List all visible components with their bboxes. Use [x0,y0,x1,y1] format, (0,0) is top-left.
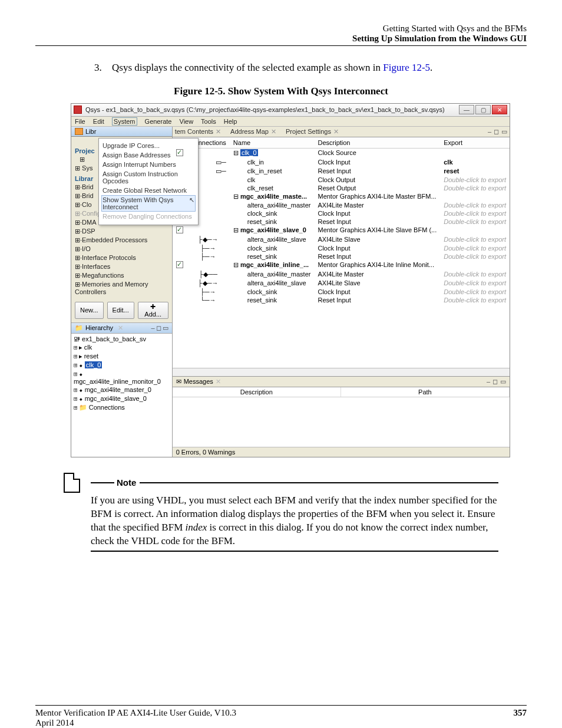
table-row[interactable]: reset_sinkReset InputDouble-click to exp… [173,218,510,226]
figure-link[interactable]: Figure 12-5 [383,62,430,73]
table-row[interactable]: ├─→reset_sinkReset InputDouble-click to … [173,252,510,261]
msg-col-desc[interactable]: Description [173,387,341,397]
messages-body [173,397,510,447]
lib-dsp[interactable]: ⊞·DSP [75,227,168,236]
col-export[interactable]: Export [440,137,510,149]
body-text: 3. Qsys displays the connectivity of the… [94,61,515,75]
hierarchy-icon: 📁 [75,324,83,332]
dd-create-reset[interactable]: Create Global Reset Network [101,186,196,195]
menu-edit[interactable]: Edit [93,118,104,125]
tab-addrmap[interactable]: Address Map✕ [230,128,276,136]
detach-icon[interactable]: ◻ [492,378,498,386]
table-row[interactable]: └─→reset_sinkReset InputDouble-click to … [173,296,510,304]
minimize-icon[interactable]: – [487,378,490,386]
maximize-button[interactable]: ▢ [475,105,491,114]
checkbox-icon[interactable] [176,261,183,268]
checkbox-icon[interactable] [176,149,183,156]
table-row[interactable]: ⊟ clk_0Clock Source [173,148,510,158]
right-pane: tem Contents✕ Address Map✕ Project Setti… [173,127,510,457]
menu-file[interactable]: File [75,118,85,125]
left-pane: Libr Projec ⊞ ⊞ Sys Librar ⊞·Brid ⊞·Brid… [71,127,173,457]
hier-master[interactable]: ⊞⬥ mgc_axi4lite_master_0 [74,386,170,394]
table-row[interactable]: ├─→clock_sinkClock InputDouble-click to … [173,288,510,296]
table-row[interactable]: ├◆─→altera_axi4lite_slaveAXI4Lite SlaveD… [173,235,510,244]
lib-mem[interactable]: ⊞·Memories and Memory Controllers [75,280,168,296]
menu-view[interactable]: View [180,118,194,125]
checkbox-icon[interactable] [176,226,183,233]
hier-clk0[interactable]: ⊞⬥ clk_0 [74,361,170,370]
table-row[interactable]: ├◆─→altera_axi4lite_slaveAXI4Lite SlaveD… [173,279,510,288]
library-tab[interactable]: Libr [71,127,172,137]
header-section: Setting Up Simulation from the Windows G… [35,34,527,44]
menu-help[interactable]: Help [224,118,237,125]
lib-io[interactable]: ⊞·I/O [75,245,168,253]
lib-interfaces[interactable]: ⊞·Interfaces [75,262,168,271]
tab-projset[interactable]: Project Settings✕ [286,128,339,136]
dd-assign-custom[interactable]: Assign Custom Instruction Opcodes [101,169,196,186]
table-row[interactable]: ├◆──altera_axi4lite_masterAXI4Lite Maste… [173,270,510,279]
hier-root[interactable]: 🖳 ex1_back_to_back_sv [74,335,170,343]
menu-generate[interactable]: Generate [145,118,172,125]
collapse-icon[interactable]: ▭ [500,378,506,386]
qsys-window: Qsys - ex1_back_to_back_sv.qsys (C:\my_p… [71,103,510,457]
menu-tools[interactable]: Tools [201,118,216,125]
horizontal-scrollbar[interactable] [173,368,510,376]
menubar[interactable]: File Edit System Generate View Tools Hel… [71,117,510,127]
page-number: 357 [514,708,527,718]
close-icon[interactable]: ✕ [118,324,123,332]
table-row[interactable]: ├─→clock_sinkClock InputDouble-click to … [173,244,510,252]
hier-conn[interactable]: ⊞📁 Connections [74,403,170,412]
library-icon [75,128,83,135]
add-button[interactable]: ✚ Add... [138,302,168,319]
table-row[interactable]: clkClock OutputDouble-click to export [173,176,510,184]
hierarchy-tab[interactable]: 📁Hierarchy✕ –◻▭ [71,322,172,334]
detach-icon[interactable]: ◻ [156,324,161,332]
table-row[interactable]: clk_resetReset OutputDouble-click to exp… [173,184,510,192]
hier-slave[interactable]: ⊞⬥ mgc_axi4lite_slave_0 [74,394,170,403]
list-item-3: 3. Qsys displays the connectivity of the… [94,61,515,75]
edit-button[interactable]: Edit... [107,302,134,319]
msg-col-path[interactable]: Path [341,387,510,397]
hier-reset[interactable]: ⊞▸ reset [74,352,170,361]
status-bar: 0 Errors, 0 Warnings [173,447,510,457]
dd-remove-dangling[interactable]: Remove Dangling Connections [101,212,196,221]
table-row[interactable]: ⊟ mgc_axi4lite_inline_...Mentor Graphics… [173,261,510,270]
hierarchy-list: 🖳 ex1_back_to_back_sv ⊞▸ clk ⊞▸ reset ⊞⬥… [71,334,172,457]
minimize-icon[interactable]: – [151,324,155,332]
table-row[interactable]: ▭─clk_inClock Inputclk [173,158,510,167]
lib-ifproto[interactable]: ⊞·Interface Protocols [75,253,168,262]
col-description[interactable]: Description [314,137,440,149]
tab-contents[interactable]: tem Contents✕ [175,128,221,136]
note-icon [64,473,80,493]
note-text: If you are using VHDL, you must select e… [91,494,498,548]
minimize-button[interactable]: — [459,105,474,114]
lib-embedded[interactable]: ⊞·Embedded Processors [75,236,168,245]
table-row[interactable]: ▭─clk_in_resetReset Inputreset [173,167,510,176]
col-name[interactable]: Name [230,137,315,149]
table-row[interactable]: ⊟ mgc_axi4lite_slave_0Mentor Graphics AX… [173,226,510,235]
hier-clk[interactable]: ⊞▸ clk [74,343,170,352]
window-title: Qsys - ex1_back_to_back_sv.qsys (C:\my_p… [85,106,459,113]
table-row[interactable]: ⊟ mgc_axi4lite_maste...Mentor Graphics A… [173,192,510,201]
dd-show-system[interactable]: Show System With Qsys Interconnect↖ [101,195,196,212]
lib-mega[interactable]: ⊞·Megafunctions [75,271,168,280]
table-row[interactable]: altera_axi4lite_masterAXI4Lite MasterDou… [173,201,510,209]
system-table: e Connections Name Description Export ⊟ … [173,137,510,368]
dd-assign-int[interactable]: Assign Interrupt Numbers [101,160,196,169]
close-button[interactable]: ✕ [492,105,507,114]
page-footer: Mentor Verification IP AE AXI4-Lite User… [35,705,527,728]
table-row[interactable]: clock_sinkClock InputDouble-click to exp… [173,209,510,218]
new-button[interactable]: New... [75,302,104,319]
hier-inline[interactable]: ⊞⬥ mgc_axi4lite_inline_monitor_0 [74,370,170,386]
detach-icon[interactable]: ◻ [494,128,499,136]
minimize-icon[interactable]: – [488,128,491,136]
collapse-icon[interactable]: ▭ [501,128,507,136]
note-label: Note [117,477,136,487]
close-icon[interactable]: ✕ [216,378,221,386]
menu-system[interactable]: System [112,117,137,126]
system-menu-dropdown[interactable]: Upgrade IP Cores... Assign Base Addresse… [98,138,199,225]
page-header: Getting Started with Qsys and the BFMs S… [35,24,527,46]
collapse-icon[interactable]: ▭ [163,324,168,332]
messages-header: Description Path [173,387,510,397]
messages-tab[interactable]: ✉Messages✕ –◻▭ [173,376,510,387]
